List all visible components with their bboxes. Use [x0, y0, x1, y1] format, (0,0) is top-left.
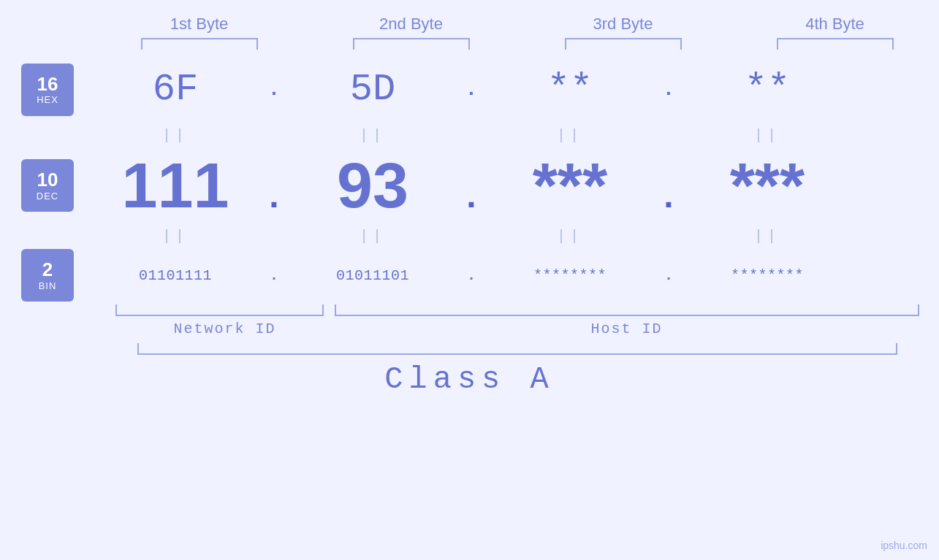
bin-byte-3: ******** [490, 254, 650, 297]
id-labels-row: Network ID Host ID [115, 321, 919, 337]
dot-bin-1: . [256, 267, 292, 284]
outer-bracket [137, 343, 897, 355]
dot-bin-2: . [453, 267, 490, 284]
top-bracket-3 [543, 38, 704, 50]
hex-byte-4: ** [687, 57, 848, 122]
hex-byte-3: ** [490, 57, 650, 122]
dot-hex-3: . [650, 78, 687, 101]
equals-row-1: || || || || [0, 122, 939, 148]
top-bracket-4 [755, 38, 916, 50]
network-bracket [115, 304, 324, 316]
bottom-brackets [115, 304, 919, 319]
byte-header-1: 1st Byte [119, 15, 280, 34]
byte-header-2: 2nd Byte [331, 15, 492, 34]
hex-row: 16 HEX 6F . 5D . ** . ** [0, 57, 939, 122]
watermark: ipshu.com [881, 540, 927, 551]
hex-byte-2: 5D [292, 57, 453, 122]
eq-1-3: || [490, 127, 650, 144]
eq-1-4: || [687, 127, 848, 144]
top-bracket-2 [331, 38, 492, 50]
eq-1-2: || [292, 127, 453, 144]
eq-2-2: || [292, 228, 453, 245]
bin-row: 2 BIN 01101111 . 01011101 . ******** . *… [0, 249, 939, 302]
dec-byte-2: 93 [292, 148, 453, 223]
dot-dec-3: . [650, 178, 687, 218]
dec-byte-1: 111 [95, 148, 256, 223]
top-bracket-1 [119, 38, 280, 50]
hex-badge: 16 HEX [21, 64, 74, 116]
class-label: Class A [0, 362, 939, 397]
bin-byte-4: ******** [687, 254, 848, 297]
host-bracket [335, 304, 919, 316]
bin-byte-2: 01011101 [292, 254, 453, 297]
byte-header-4: 4th Byte [755, 15, 916, 34]
equals-row-2: || || || || [0, 223, 939, 249]
byte-header-3: 3rd Byte [543, 15, 704, 34]
eq-2-4: || [687, 228, 848, 245]
dec-badge: 10 DEC [21, 159, 74, 212]
dot-dec-1: . [256, 178, 292, 218]
dot-bin-3: . [650, 267, 687, 284]
dot-hex-2: . [453, 78, 490, 101]
dot-hex-1: . [256, 78, 292, 101]
dot-dec-2: . [453, 178, 490, 218]
dec-byte-4: *** [687, 148, 848, 223]
dec-row: 10 DEC 111 . 93 . *** . *** [0, 148, 939, 223]
bin-byte-1: 01101111 [95, 254, 256, 297]
eq-2-1: || [95, 228, 256, 245]
main-container: 1st Byte 2nd Byte 3rd Byte 4th Byte 16 H… [0, 0, 939, 560]
dec-byte-3: *** [490, 148, 650, 223]
eq-2-3: || [490, 228, 650, 245]
eq-1-1: || [95, 127, 256, 144]
network-id-label: Network ID [115, 321, 335, 337]
host-id-label: Host ID [335, 321, 919, 337]
hex-byte-1: 6F [95, 57, 256, 122]
bin-badge: 2 BIN [21, 249, 74, 302]
